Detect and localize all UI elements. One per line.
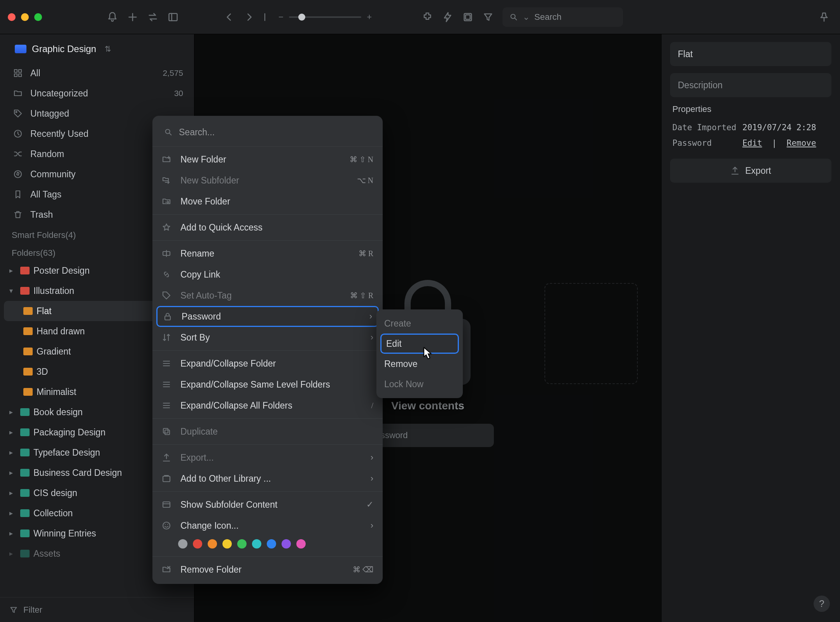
swatch[interactable]	[267, 539, 276, 549]
swatch[interactable]	[208, 539, 217, 549]
filter-bar[interactable]: Filter	[0, 597, 194, 622]
nav-all[interactable]: All 2,575	[7, 63, 189, 83]
swatch[interactable]	[252, 539, 261, 549]
chevron-right-icon: ›	[369, 311, 372, 321]
transfer-icon[interactable]	[145, 9, 161, 25]
password-edit-link[interactable]: Edit	[742, 138, 762, 148]
menu-auto-tag[interactable]: Set Auto-Tag⌘ ⇧ R	[152, 285, 383, 306]
subfolder-icon	[162, 176, 173, 185]
star-icon	[162, 223, 173, 232]
properties-heading: Properties	[672, 104, 829, 114]
submenu-remove[interactable]: Remove	[376, 354, 463, 374]
description-field[interactable]: Description	[670, 73, 831, 97]
swatch[interactable]	[296, 539, 306, 549]
close-window[interactable]	[8, 13, 16, 21]
link-icon	[162, 270, 173, 279]
menu-duplicate[interactable]: Duplicate	[152, 421, 383, 442]
duplicate-icon	[162, 427, 173, 436]
password-submenu: Create Edit Remove Lock Now	[376, 309, 463, 398]
svg-point-3	[511, 14, 515, 18]
tag-icon	[13, 109, 24, 118]
svg-rect-0	[169, 13, 177, 21]
search-input[interactable]: ⌄ Search	[502, 7, 623, 27]
menu-search[interactable]: Search...	[158, 121, 377, 143]
export-icon	[162, 453, 173, 462]
list-icon	[162, 401, 173, 410]
menu-new-subfolder[interactable]: New Subfolder⌥ N	[152, 170, 383, 191]
menu-show-subfolder[interactable]: Show Subfolder Content✓	[152, 494, 383, 515]
menu-add-other-library[interactable]: Add to Other Library ...›	[152, 468, 383, 489]
menu-new-folder[interactable]: New Folder⌘ ⇧ N	[152, 149, 383, 170]
context-menu: Search... New Folder⌘ ⇧ N New Subfolder⌥…	[152, 116, 383, 584]
color-swatches	[152, 536, 383, 554]
library-switcher[interactable]: Graphic Design ⇅	[10, 40, 187, 58]
svg-point-8	[16, 112, 17, 113]
nav-uncategorized[interactable]: Uncategorized 30	[7, 83, 189, 103]
subcontent-icon	[162, 500, 173, 509]
svg-rect-15	[165, 430, 170, 435]
list-icon	[162, 380, 173, 389]
svg-rect-2	[466, 15, 470, 19]
chevron-updown-icon: ⇅	[105, 44, 111, 54]
add-icon[interactable]	[124, 9, 141, 25]
help-button[interactable]: ?	[814, 596, 830, 612]
minimize-window[interactable]	[21, 13, 29, 21]
bolt-icon[interactable]	[439, 9, 456, 25]
sidebar-toggle-icon[interactable]	[165, 9, 181, 25]
menu-rename[interactable]: Rename⌘ R	[152, 243, 383, 264]
svg-rect-5	[19, 70, 21, 72]
list-icon	[162, 359, 173, 368]
menu-expand-all[interactable]: Expand/Collapse All Folders/	[152, 395, 383, 416]
swatch[interactable]	[193, 539, 202, 549]
menu-password[interactable]: Password›	[156, 306, 379, 327]
menu-expand-folder[interactable]: Expand/Collapse Folder	[152, 353, 383, 374]
swatch[interactable]	[178, 539, 187, 549]
trash-icon	[13, 210, 24, 219]
menu-change-icon[interactable]: Change Icon...›	[152, 515, 383, 536]
password-remove-link[interactable]: Remove	[787, 138, 816, 148]
menu-quick-access[interactable]: Add to Quick Access	[152, 217, 383, 238]
svg-rect-17	[163, 502, 170, 507]
swatch[interactable]	[237, 539, 247, 549]
submenu-edit[interactable]: Edit	[380, 334, 459, 354]
svg-rect-4	[14, 70, 17, 72]
swatch[interactable]	[222, 539, 232, 549]
swatch[interactable]	[282, 539, 291, 549]
shuffle-icon	[13, 149, 24, 159]
svg-point-10	[14, 171, 21, 178]
tag-icon	[162, 291, 173, 300]
menu-move-folder[interactable]: Move Folder	[152, 191, 383, 212]
zoom-slider[interactable]: − +	[275, 12, 376, 22]
nav-forward-icon[interactable]	[241, 9, 257, 25]
clock-icon	[13, 129, 24, 138]
svg-rect-13	[165, 316, 170, 320]
smile-icon	[162, 521, 173, 530]
folder-icon	[13, 89, 24, 98]
window-controls	[8, 13, 42, 21]
folder-move-icon	[162, 197, 173, 206]
submenu-create[interactable]: Create	[376, 313, 463, 334]
name-field[interactable]: Flat	[670, 42, 831, 66]
svg-rect-16	[163, 476, 170, 482]
svg-rect-6	[14, 74, 17, 77]
zoom-window[interactable]	[34, 13, 42, 21]
nav-back-icon[interactable]	[221, 9, 237, 25]
chevron-right-icon: ›	[371, 332, 373, 342]
layout-icon[interactable]	[460, 9, 476, 25]
menu-sort-by[interactable]: Sort By›	[152, 327, 383, 348]
folder-plus-icon	[162, 155, 173, 164]
library-icon	[162, 474, 173, 483]
filter-icon[interactable]	[480, 9, 496, 25]
svg-rect-14	[163, 428, 168, 433]
nav-divider	[261, 9, 268, 25]
extensions-icon[interactable]	[419, 9, 436, 25]
menu-expand-same-level[interactable]: Expand/Collapse Same Level Folders	[152, 374, 383, 395]
menu-export[interactable]: Export...›	[152, 447, 383, 468]
bell-icon[interactable]	[104, 9, 121, 25]
pin-icon[interactable]	[816, 9, 832, 25]
export-button[interactable]: Export	[670, 159, 831, 183]
search-placeholder: Search	[534, 12, 562, 22]
menu-remove-folder[interactable]: Remove Folder⌘ ⌫	[152, 559, 383, 580]
submenu-lock-now[interactable]: Lock Now	[376, 374, 463, 394]
menu-copy-link[interactable]: Copy Link	[152, 264, 383, 285]
